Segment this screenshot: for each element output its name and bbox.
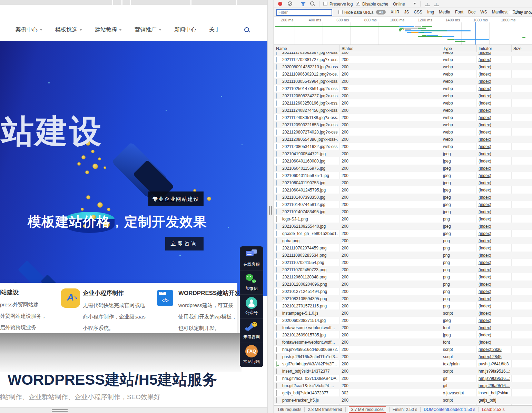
type-filter-font[interactable]: Font <box>455 10 463 14</box>
table-row[interactable]: s.gif?url=https%3A%2F%2F...200text/plain… <box>274 360 532 367</box>
table-row[interactable]: hm.gif?hca=037CD3BAB4DA...200gifhm.js?9f… <box>274 375 532 382</box>
type-filter-manifest[interactable]: Manifest <box>492 10 508 14</box>
table-row[interactable]: insert_bdtj?sid=14372377200scripthm.js?9… <box>274 367 532 375</box>
nav-item-0[interactable]: 案例中心 <box>16 26 42 33</box>
request-initiator-link[interactable]: (index) <box>479 173 510 178</box>
request-initiator-link[interactable]: (index) <box>479 86 510 91</box>
table-row[interactable]: 2021102501473591.jpg?x-oss...200webp(ind… <box>274 85 532 92</box>
request-initiator-link[interactable]: (index) <box>479 224 510 229</box>
nav-item-4[interactable]: 新闻中心 <box>174 26 196 33</box>
column-header-initiator[interactable]: Initiator <box>479 46 492 51</box>
preserve-log-checkbox[interactable] <box>323 2 327 6</box>
table-row[interactable]: 202112080554386.jpg?x-oss-...200webp(ind… <box>274 136 532 143</box>
column-header-name[interactable]: Name <box>276 46 287 51</box>
nav-item-2[interactable]: 建站教程 <box>95 26 122 33</box>
table-row[interactable]: hm.js?9fa9516cd4d6d066e72...200script(in… <box>274 346 532 353</box>
type-filter-doc[interactable]: Doc <box>468 10 475 14</box>
network-filter-input[interactable] <box>276 9 332 16</box>
record-icon[interactable] <box>278 2 282 6</box>
table-row[interactable]: 2021060401155975-1.jpg200jpeg(index) <box>274 172 532 179</box>
table-row[interactable]: 2021062109255440.jpg200jpeg(index) <box>274 223 532 230</box>
request-initiator-link[interactable]: (index) <box>479 72 510 77</box>
request-initiator-link[interactable]: (index) <box>479 130 510 135</box>
table-row[interactable]: 2021112408274456.jpg?x-oss...200webp(ind… <box>274 107 532 114</box>
request-initiator-link[interactable]: (index) <box>479 311 510 316</box>
table-row[interactable]: getjs_bdtj?sid=14372377302x-javascriptin… <box>274 389 532 396</box>
request-initiator-link[interactable]: hm.js?9fa9516...:... <box>479 369 510 374</box>
request-initiator-link[interactable]: (index) <box>479 144 510 149</box>
nav-item-3[interactable]: 营销推广 <box>135 26 161 33</box>
disable-cache-checkbox[interactable] <box>356 2 360 6</box>
export-har-icon[interactable]: ↓ <box>434 1 439 6</box>
table-row[interactable]: 2021112408051188.jpg?x-oss...200webp(ind… <box>274 114 532 121</box>
type-filter-all[interactable]: All <box>376 10 386 14</box>
request-initiator-link[interactable]: (index) <box>479 94 510 98</box>
table-row[interactable]: 202111070241554.png200png(index) <box>274 259 532 266</box>
request-initiator-link[interactable]: (index) <box>479 238 510 243</box>
table-row[interactable]: 2021110906302012.png?x-os...200webp(inde… <box>274 70 532 78</box>
request-initiator-link[interactable]: (index) <box>479 101 510 106</box>
request-initiator-link[interactable]: (index) <box>479 333 510 337</box>
request-initiator-link[interactable]: (index) <box>479 267 510 272</box>
pane-divider[interactable] <box>267 0 274 413</box>
request-initiator-link[interactable]: (index) <box>479 137 510 142</box>
float-item-faq[interactable]: FAQ常见问题 <box>240 343 263 367</box>
filter-funnel-icon[interactable] <box>301 2 306 6</box>
table-row[interactable]: 2021110702074459.png200png(index) <box>274 244 532 252</box>
request-initiator-link[interactable]: (index):2845 <box>479 354 510 359</box>
table-row[interactable]: 2021012712451494.png200png(index) <box>274 288 532 295</box>
only-show-checkbox[interactable] <box>509 10 513 14</box>
table-row[interactable]: instantpage-5.1.0.js200script(index) <box>274 309 532 317</box>
column-divider[interactable] <box>441 45 441 52</box>
table-row[interactable]: 2021012806204096.png200png(index) <box>274 281 532 288</box>
request-initiator-link[interactable]: (index) <box>479 304 510 308</box>
table-row[interactable]: 2021110803283534.png200png(index) <box>274 252 532 259</box>
type-filter-js[interactable]: JS <box>404 10 409 14</box>
request-initiator-link[interactable]: (index) <box>479 296 510 301</box>
request-initiator-link[interactable]: push.js?6416fc3... <box>479 362 510 366</box>
table-row[interactable]: 2021060401160080.jpg200jpeg(index) <box>274 157 532 165</box>
table-row[interactable]: 2021083108594395.png200png(index) <box>274 295 532 302</box>
column-divider[interactable] <box>476 45 477 52</box>
request-initiator-link[interactable]: (index) <box>479 108 510 113</box>
type-filter-xhr[interactable]: XHR <box>391 10 399 14</box>
request-initiator-link[interactable]: (index) <box>479 195 510 200</box>
type-filter-ws[interactable]: WS <box>480 10 487 14</box>
table-row[interactable]: fontawesome-webfont.woff...200font(index… <box>274 338 532 346</box>
request-initiator-link[interactable]: (index) <box>479 246 510 250</box>
request-initiator-link[interactable]: (index) <box>479 260 510 265</box>
table-row[interactable]: 2021060401190753.jpg200jpeg(index) <box>274 179 532 186</box>
search-icon[interactable] <box>310 1 315 7</box>
request-initiator-link[interactable]: (index) <box>479 217 510 222</box>
chevron-down-icon[interactable] <box>413 3 416 4</box>
table-row[interactable]: 2021120805341622.jpg?x-oss...200webp(ind… <box>274 143 532 150</box>
request-initiator-link[interactable]: (index) <box>479 289 510 294</box>
table-row[interactable]: 2021112603250196.jpg?x-oss...200webp(ind… <box>274 99 532 107</box>
float-item-phone[interactable]: 来电咨询 <box>240 319 263 343</box>
search-icon[interactable] <box>244 27 250 33</box>
float-item-wechat[interactable]: 加微信 <box>240 271 263 295</box>
drag-handle-icon[interactable] <box>52 409 68 412</box>
table-row[interactable]: 2020060208271514.jpg200jpeg(index) <box>274 317 532 324</box>
request-initiator-link[interactable]: (index) <box>479 151 510 156</box>
request-initiator-link[interactable]: (index) <box>479 180 510 185</box>
request-initiator-link[interactable]: (index) <box>479 231 510 236</box>
import-har-icon[interactable]: ↑ <box>425 1 430 6</box>
type-filter-media[interactable]: Media <box>439 10 450 14</box>
table-row[interactable]: 2021120808234227.jpg?x-oss...200webp(ind… <box>274 92 532 99</box>
table-row[interactable]: 2021120903221653.jpg?x-oss...200webp(ind… <box>274 121 532 128</box>
request-initiator-link[interactable]: (index):2836 <box>479 347 510 352</box>
float-item-official-account[interactable]: 公众号 <box>240 295 263 319</box>
table-row[interactable]: phone-tracker_h5.js200scriptgetjs_bdtj <box>274 396 532 404</box>
table-row[interactable]: 2021041900544721.jpg200jpeg(index) <box>274 150 532 157</box>
request-initiator-link[interactable]: (index) <box>479 253 510 258</box>
table-row[interactable]: 2021112703062367.jpg?x-oss...200webp(ind… <box>274 52 532 56</box>
float-item-chat[interactable]: 在线客服 <box>240 246 263 271</box>
request-initiator-link[interactable]: (index) <box>479 115 510 120</box>
table-row[interactable]: 2021112702381727.jpg?x-oss...200webp(ind… <box>274 56 532 63</box>
table-row[interactable]: 2020080914352213.jpg?x-oss...200webp(ind… <box>274 63 532 70</box>
column-divider[interactable] <box>511 45 512 52</box>
request-initiator-link[interactable]: (index) <box>479 52 510 55</box>
request-initiator-link[interactable]: (index) <box>479 166 510 171</box>
table-row[interactable]: 2021012701572115.png200png(index) <box>274 302 532 309</box>
